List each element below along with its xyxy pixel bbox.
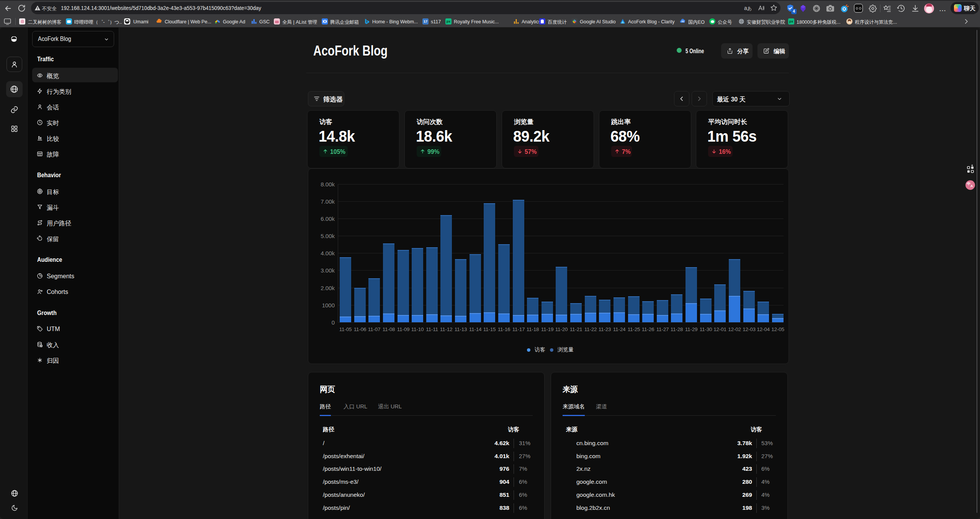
svg-text:EO: EO xyxy=(682,21,684,23)
